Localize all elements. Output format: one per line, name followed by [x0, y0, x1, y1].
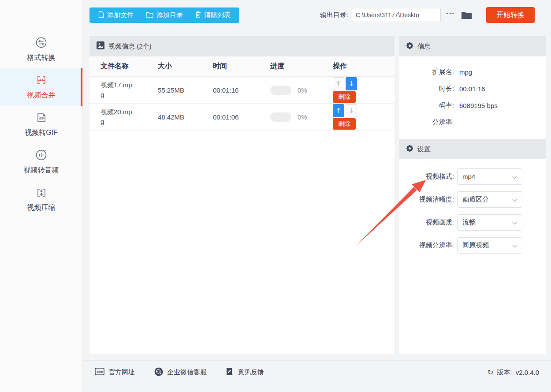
open-folder-icon[interactable] [461, 11, 472, 19]
setting-video-quality: 视频画质: 流畅 [399, 214, 546, 231]
settings-title: 设置 [417, 145, 431, 153]
progress-cell: 0% [270, 86, 333, 95]
col-actions: 操作 [333, 62, 395, 71]
feedback-label: 意见反馈 [238, 368, 264, 377]
info-row-extension: 扩展名: mpg [399, 63, 546, 80]
progress-percent: 0% [298, 86, 307, 94]
info-label: 分辨率: [399, 118, 454, 127]
feedback-icon [226, 367, 234, 377]
sidebar-item-label: 视频转GIF [25, 128, 58, 138]
video-clarity-select[interactable]: 画质区分 [457, 191, 522, 208]
video-list-title: 视频信息 (2个) [108, 42, 152, 51]
video-list-header: 视频信息 (2个) [89, 36, 395, 56]
video-format-select[interactable]: mp4 [457, 168, 522, 185]
file-size: 48.42MB [158, 113, 213, 121]
file-name: 视频17.mpg [101, 80, 135, 100]
file-actions-group: 添加文件 添加目录 清除列表 [89, 7, 239, 23]
col-time: 时间 [213, 62, 270, 71]
info-label: 码率: [399, 101, 454, 110]
move-up-button[interactable]: ↑ [333, 77, 344, 90]
wechat-support-link[interactable]: 企业微信客服 [154, 367, 207, 377]
info-body: 扩展名: mpg 时长: 00:01:16 码率: 6089195 bps 分辨… [399, 56, 546, 139]
col-size: 大小 [158, 62, 213, 71]
content: 视频信息 (2个) 文件名称 大小 时间 进度 操作 视频17.mpg 55.2… [83, 30, 551, 354]
clear-list-label: 清除列表 [204, 11, 231, 19]
chevron-down-icon [512, 173, 517, 181]
settings-header: 设置 [399, 139, 546, 159]
setting-label: 视频清晰度: [399, 195, 454, 204]
start-convert-button[interactable]: 开始转换 [486, 7, 535, 23]
website-icon: .com [95, 368, 104, 377]
video-info-icon [97, 41, 104, 51]
setting-video-format: 视频格式: mp4 [399, 168, 546, 185]
folder-icon [146, 11, 153, 19]
setting-label: 视频格式: [399, 172, 454, 181]
add-file-button[interactable]: 添加文件 [92, 7, 140, 23]
browse-ellipsis-button[interactable]: ··· [446, 9, 455, 18]
table-header-row: 文件名称 大小 时间 进度 操作 [89, 56, 395, 77]
delete-button[interactable]: 删除 [333, 91, 356, 103]
sidebar-item-label: 视频转音频 [24, 166, 59, 175]
setting-video-resolution: 视频分辨率: 同原视频 [399, 237, 546, 254]
file-time: 00:01:06 [213, 113, 270, 121]
output-dir-label: 输出目录: [320, 11, 348, 19]
select-value: 同原视频 [462, 241, 512, 250]
add-directory-button[interactable]: 添加目录 [140, 7, 189, 23]
progress-bar [270, 112, 291, 122]
info-label: 扩展名: [399, 68, 454, 76]
move-down-button[interactable]: ↓ [346, 104, 357, 117]
chevron-down-icon [512, 242, 517, 250]
output-dir-input[interactable] [352, 8, 441, 22]
video-list-panel: 视频信息 (2个) 文件名称 大小 时间 进度 操作 视频17.mpg 55.2… [89, 36, 395, 354]
select-value: mp4 [462, 173, 512, 180]
footer: .com 官方网址 企业微信客服 意见反馈 [83, 360, 551, 384]
info-value: 00:01:16 [459, 85, 485, 93]
app-window: 格式转换 视频合并 GIF 视频转GIF 视频转音频 [0, 0, 551, 392]
wechat-support-label: 企业微信客服 [167, 368, 207, 377]
info-label: 时长: [399, 85, 454, 93]
table-row: 视频20.mpg 48.42MB 00:01:06 0% ↑ ↓ 删除 [89, 104, 395, 131]
row-actions: ↑ ↓ 删除 [333, 104, 395, 130]
version-value: v2.0.4.0 [516, 369, 539, 376]
trash-icon [195, 11, 201, 19]
add-directory-label: 添加目录 [156, 11, 183, 19]
sidebar-item-format-convert[interactable]: 格式转换 [0, 31, 82, 68]
sidebar-item-video-compress[interactable]: 视频压缩 [0, 181, 82, 218]
official-site-label: 官方网址 [108, 368, 135, 377]
row-actions: ↑ ↓ 删除 [333, 77, 395, 103]
sidebar-item-video-to-audio[interactable]: 视频转音频 [0, 143, 82, 181]
clear-list-button[interactable]: 清除列表 [189, 7, 237, 23]
add-file-label: 添加文件 [107, 11, 134, 19]
progress-percent: 0% [298, 113, 307, 121]
refresh-icon[interactable]: ↻ [488, 368, 493, 377]
top-toolbar: 添加文件 添加目录 清除列表 输出目录: ··· [83, 0, 551, 30]
video-quality-select[interactable]: 流畅 [457, 214, 522, 231]
sidebar-item-video-to-gif[interactable]: GIF 视频转GIF [0, 106, 82, 143]
official-site-link[interactable]: .com 官方网址 [95, 368, 135, 377]
move-down-button[interactable]: ↓ [346, 77, 357, 90]
select-value: 流畅 [462, 218, 512, 227]
chevron-down-icon [512, 219, 517, 227]
delete-button[interactable]: 删除 [333, 118, 356, 130]
sidebar: 格式转换 视频合并 GIF 视频转GIF 视频转音频 [0, 0, 83, 392]
merge-icon [36, 75, 47, 88]
info-title: 信息 [417, 42, 431, 51]
sidebar-item-label: 格式转换 [27, 53, 56, 63]
setting-video-clarity: 视频清晰度: 画质区分 [399, 191, 546, 208]
info-header: 信息 [399, 36, 546, 56]
wechat-icon [154, 367, 163, 377]
move-up-button[interactable]: ↑ [333, 104, 344, 117]
info-value: 6089195 bps [459, 102, 498, 109]
sidebar-item-video-merge[interactable]: 视频合并 [0, 68, 82, 106]
gif-icon: GIF [36, 112, 47, 125]
convert-icon [35, 37, 47, 50]
feedback-link[interactable]: 意见反馈 [226, 367, 264, 377]
file-name: 视频20.mpg [101, 107, 135, 127]
video-resolution-select[interactable]: 同原视频 [457, 237, 522, 254]
progress-bar [270, 86, 291, 95]
setting-label: 视频分辨率: [399, 241, 454, 250]
gear-icon [406, 42, 413, 51]
file-size: 55.25MB [158, 86, 213, 94]
version-info: ↻ 版本: v2.0.4.0 [488, 368, 539, 377]
chevron-down-icon [512, 196, 517, 204]
